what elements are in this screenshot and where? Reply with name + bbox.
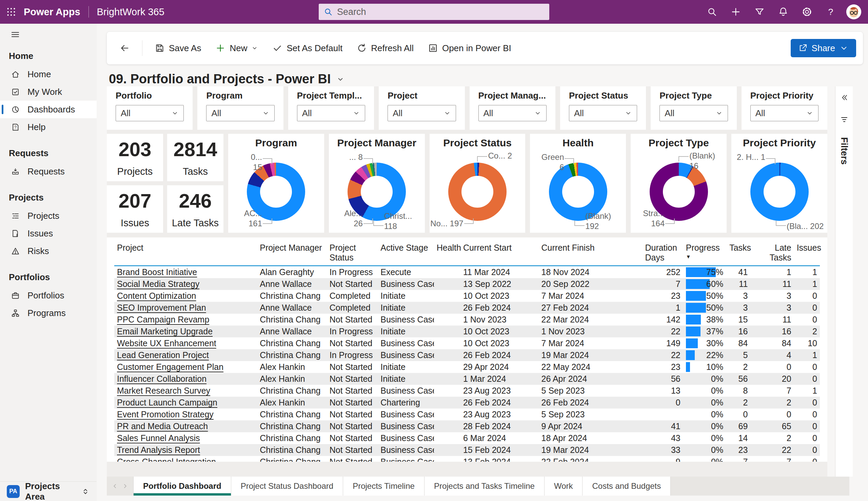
table-row[interactable]: Email Marketing UpgradeAnne WallaceIn Pr… [114, 326, 820, 338]
quick-create-button[interactable] [730, 7, 741, 17]
project-link[interactable]: Influencer Collaboration [117, 374, 207, 383]
cell-tasks: 84 [726, 338, 750, 349]
progress-bar [686, 291, 706, 301]
column-header-health[interactable]: Health [434, 241, 460, 266]
filter-button[interactable] [754, 7, 765, 17]
column-header-current-finish[interactable]: Current Finish [539, 241, 642, 266]
user-avatar[interactable] [846, 4, 861, 19]
open-in-power-bi-button[interactable]: Open in Power BI [422, 39, 517, 57]
project-link[interactable]: Trend Analysis Report [117, 445, 200, 455]
search-button[interactable] [707, 7, 718, 17]
column-header-project-status[interactable]: Project Status [327, 241, 378, 266]
column-header-duration-days[interactable]: Duration Days [642, 241, 683, 266]
settings-button[interactable] [802, 7, 812, 17]
table-row[interactable]: Social Media StrategyAnne WallaceNot Sta… [114, 278, 820, 290]
tab-project-status-dashboard[interactable]: Project Status Dashboard [231, 477, 343, 495]
column-header-progress[interactable]: Progress▼ [683, 241, 726, 266]
table-row[interactable]: Event Promotion StrategyChristina ChangN… [114, 408, 820, 420]
sidebar-item-help[interactable]: ?Help [0, 118, 97, 136]
project-link[interactable]: Product Launch Campaign [117, 398, 217, 407]
sidebar-item-requests[interactable]: Requests [0, 163, 97, 180]
project-link[interactable]: Brand Boost Initiative [117, 267, 197, 277]
tab-portfolio-dashboard[interactable]: Portfolio Dashboard [133, 477, 231, 495]
tab-projects-and-tasks-timeline[interactable]: Projects and Tasks Timeline [425, 477, 545, 495]
slicer-dropdown[interactable]: All [388, 105, 456, 121]
column-header-current-start[interactable]: Current Start [460, 241, 539, 266]
chevron-down-icon[interactable] [336, 75, 345, 83]
column-header-active-stage[interactable]: Active Stage [378, 241, 434, 266]
column-header-issues[interactable]: Issues [794, 241, 820, 266]
column-header-project[interactable]: Project [114, 241, 257, 266]
table-row[interactable]: Product Launch CampaignAlex HankinNot St… [114, 397, 820, 408]
search-input[interactable] [337, 7, 545, 17]
table-row[interactable]: Lead Generation ProjectChristina ChangIn… [114, 349, 820, 361]
column-header-tasks[interactable]: Tasks [726, 241, 750, 266]
scroll-tabs-left-icon[interactable] [112, 483, 118, 490]
table-row[interactable]: SEO Improvement PlanAnne WallaceComplete… [114, 302, 820, 314]
set-as-default-button[interactable]: Set As Default [266, 39, 348, 57]
slicer-dropdown[interactable]: All [659, 105, 728, 121]
refresh-all-button[interactable]: Refresh All [351, 39, 420, 57]
table-row[interactable]: Content OptimizationChristina ChangCompl… [114, 290, 820, 302]
expand-filters-button[interactable] [840, 93, 849, 103]
share-button[interactable]: Share [791, 39, 856, 57]
sidebar-item-my-work[interactable]: My Work [0, 83, 97, 100]
area-switcher[interactable]: PA Projects Area [0, 481, 97, 501]
column-header-late-tasks[interactable]: Late Tasks [750, 241, 794, 266]
notifications-button[interactable] [778, 7, 789, 17]
sidebar-item-risks[interactable]: Risks [0, 242, 97, 260]
scroll-tabs-right-icon[interactable] [122, 483, 128, 490]
sidebar-item-issues[interactable]: Issues [0, 225, 97, 242]
project-link[interactable]: Content Optimization [117, 291, 196, 300]
waffle-menu-button[interactable] [0, 0, 22, 24]
slicer-dropdown[interactable]: All [569, 105, 637, 121]
donut-chart[interactable] [448, 163, 506, 221]
project-link[interactable]: Lead Generation Project [117, 350, 209, 360]
project-link[interactable]: Event Promotion Strategy [117, 409, 213, 419]
table-row[interactable]: Cross-Channel IntegrationChristina Chang… [114, 456, 820, 462]
global-search-box[interactable] [319, 4, 549, 20]
sidebar-section: RequestsRequests [0, 148, 97, 180]
table-row[interactable]: PR and Media OutreachChristina ChangNot … [114, 420, 820, 432]
table-row[interactable]: Trend Analysis ReportChristina ChangNot … [114, 444, 820, 456]
tab-work[interactable]: Work [545, 477, 583, 495]
save-as-button[interactable]: Save As [148, 39, 207, 57]
project-link[interactable]: PR and Media Outreach [117, 422, 208, 431]
project-link[interactable]: PPC Campaign Revamp [117, 315, 209, 324]
table-row[interactable]: Influencer CollaborationAlex HankinNot S… [114, 373, 820, 385]
slicer-dropdown[interactable]: All [479, 105, 546, 121]
sidebar-item-dashboards[interactable]: Dashboards [0, 100, 97, 118]
project-link[interactable]: Cross-Channel Integration [117, 457, 216, 462]
project-link[interactable]: Email Marketing Upgrade [117, 327, 212, 336]
table-row[interactable]: Market Research SurveyChristina ChangNot… [114, 385, 820, 397]
project-link[interactable]: SEO Improvement Plan [117, 303, 206, 312]
table-row[interactable]: Sales Funnel AnalysisChristina ChangNot … [114, 432, 820, 444]
cell-tasks: 0 [726, 408, 750, 420]
project-link[interactable]: Customer Engagement Plan [117, 362, 223, 372]
slicer-dropdown[interactable]: All [206, 105, 274, 121]
table-row[interactable]: Website UX EnhancementChristina ChangNot… [114, 338, 820, 349]
help-button[interactable]: ? [825, 7, 836, 17]
table-row[interactable]: Brand Boost InitiativeAlan GeraghtyIn Pr… [114, 266, 820, 278]
table-row[interactable]: Customer Engagement PlanAlex HankinNot S… [114, 361, 820, 373]
project-link[interactable]: Social Media Strategy [117, 279, 199, 289]
table-row[interactable]: PPC Campaign RevampChristina ChangNot St… [114, 314, 820, 326]
tab-costs-and-budgets[interactable]: Costs and Budgets [583, 477, 671, 495]
filters-rail-button[interactable] [840, 115, 849, 125]
sidebar-item-home[interactable]: Home [0, 65, 97, 83]
column-header-project-manager[interactable]: Project Manager [257, 241, 327, 266]
sidebar-item-programs[interactable]: Programs [0, 304, 97, 322]
tab-projects-timeline[interactable]: Projects Timeline [343, 477, 425, 495]
slicer-dropdown[interactable]: All [750, 105, 818, 121]
back-button[interactable] [114, 39, 136, 57]
sidebar-item-portfolios[interactable]: Portfolios [0, 287, 97, 304]
slicer-dropdown[interactable]: All [297, 105, 365, 121]
donut-chart[interactable] [750, 163, 809, 221]
project-link[interactable]: Market Research Survey [117, 386, 210, 395]
hamburger-button[interactable] [0, 24, 27, 45]
project-link[interactable]: Sales Funnel Analysis [117, 433, 200, 443]
slicer-dropdown[interactable]: All [116, 105, 184, 121]
project-link[interactable]: Website UX Enhancement [117, 338, 216, 348]
new-button[interactable]: New [209, 39, 264, 57]
sidebar-item-projects[interactable]: Projects [0, 207, 97, 225]
